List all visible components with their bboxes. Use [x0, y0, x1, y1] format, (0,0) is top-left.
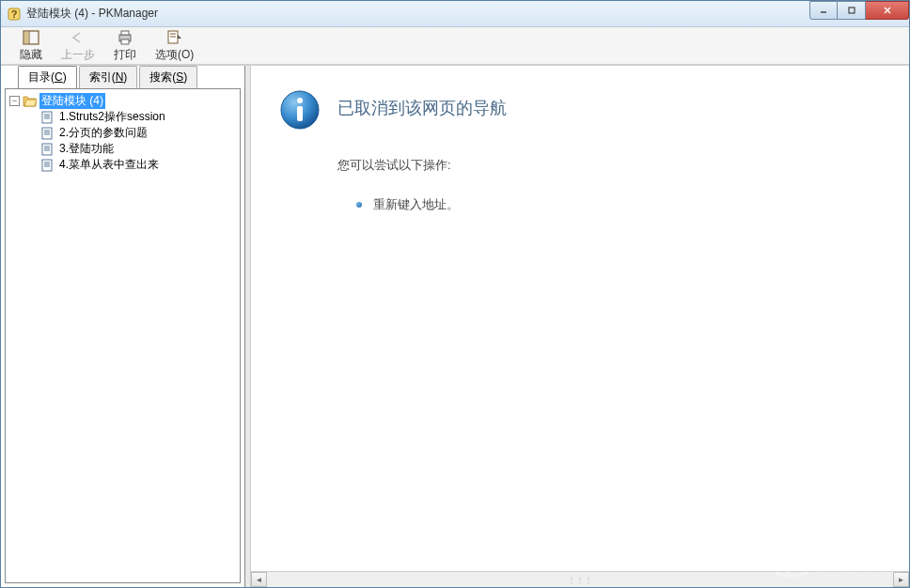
- svg-rect-8: [24, 32, 28, 43]
- content-panel: 已取消到该网页的导航 您可以尝试以下操作: 重新键入地址。 ◄ ⋮⋮⋮ ►: [250, 66, 909, 587]
- document-icon: [41, 143, 55, 156]
- scroll-left-button[interactable]: ◄: [251, 572, 267, 587]
- content-title: 已取消到该网页的导航: [337, 89, 507, 119]
- maximize-button[interactable]: [838, 1, 866, 20]
- svg-rect-15: [42, 112, 52, 123]
- tree-item[interactable]: 2.分页的参数问题: [8, 125, 238, 141]
- print-button[interactable]: 打印: [104, 27, 146, 65]
- svg-rect-19: [42, 128, 52, 139]
- horizontal-scrollbar[interactable]: ◄ ⋮⋮⋮ ►: [251, 571, 909, 587]
- tree-item-label: 2.分页的参数问题: [57, 125, 149, 141]
- tree-item-label: 1.Struts2操作session: [57, 109, 167, 125]
- print-icon: [116, 29, 134, 46]
- svg-rect-33: [297, 106, 303, 121]
- tree-item[interactable]: 3.登陆功能: [8, 141, 238, 157]
- info-header: 已取消到该网页的导航: [279, 89, 881, 131]
- svg-text:?: ?: [11, 8, 18, 20]
- document-icon: [41, 127, 55, 140]
- bullet-icon: [356, 202, 362, 208]
- list-item-text: 重新键入地址。: [373, 196, 459, 213]
- window-controls: [809, 1, 909, 20]
- svg-rect-23: [42, 144, 52, 155]
- folder-open-icon: [23, 95, 37, 107]
- hide-button[interactable]: 隐藏: [10, 27, 52, 65]
- back-label: 上一步: [61, 47, 95, 63]
- svg-rect-27: [42, 160, 52, 171]
- back-button[interactable]: 上一步: [52, 27, 104, 65]
- hide-icon: [22, 29, 40, 46]
- scroll-grip-icon: ⋮⋮⋮: [568, 576, 593, 584]
- main-area: 目录(C) 索引(N) 搜索(S) − 登陆模块 (4): [1, 65, 909, 587]
- nav-tabs: 目录(C) 索引(N) 搜索(S): [1, 66, 244, 88]
- app-window: ? 登陆模块 (4) - PKManager 隐藏: [0, 0, 910, 588]
- document-icon: [41, 111, 55, 124]
- tree-item[interactable]: 1.Struts2操作session: [8, 109, 238, 125]
- content-body: 已取消到该网页的导航 您可以尝试以下操作: 重新键入地址。: [251, 66, 909, 571]
- tree-root-label[interactable]: 登陆模块 (4): [39, 93, 105, 109]
- titlebar[interactable]: ? 登陆模块 (4) - PKManager: [1, 1, 909, 27]
- back-icon: [69, 29, 87, 46]
- scroll-right-button[interactable]: ►: [893, 572, 909, 587]
- tree-item-label: 3.登陆功能: [57, 141, 116, 157]
- content-list: 重新键入地址。: [356, 196, 881, 213]
- print-label: 打印: [114, 47, 136, 63]
- tree-item-label: 4.菜单从表中查出来: [57, 157, 161, 173]
- svg-rect-3: [849, 8, 855, 13]
- tree-item[interactable]: 4.菜单从表中查出来: [8, 157, 238, 173]
- window-title: 登陆模块 (4) - PKManager: [26, 6, 809, 22]
- app-icon: ?: [7, 7, 22, 22]
- svg-rect-10: [121, 31, 129, 35]
- info-icon: [279, 89, 321, 131]
- tree-view[interactable]: − 登陆模块 (4) 1.Struts2操作session: [5, 88, 241, 583]
- collapse-icon[interactable]: −: [9, 96, 20, 106]
- document-icon: [41, 159, 55, 172]
- tab-search[interactable]: 搜索(S): [139, 66, 197, 88]
- content-subtitle: 您可以尝试以下操作:: [337, 157, 881, 174]
- options-icon: [165, 29, 184, 46]
- tab-contents[interactable]: 目录(C): [18, 66, 77, 88]
- scroll-track[interactable]: ⋮⋮⋮: [267, 572, 893, 587]
- svg-rect-11: [121, 39, 129, 44]
- options-label: 选项(O): [155, 47, 194, 63]
- minimize-button[interactable]: [809, 1, 838, 20]
- toolbar: 隐藏 上一步 打印 选项(O): [1, 27, 909, 65]
- tab-index[interactable]: 索引(N): [79, 66, 138, 88]
- close-button[interactable]: [866, 1, 909, 20]
- svg-point-32: [297, 98, 303, 103]
- hide-label: 隐藏: [20, 47, 42, 63]
- tree-root[interactable]: − 登陆模块 (4): [8, 93, 238, 109]
- options-button[interactable]: 选项(O): [146, 27, 203, 65]
- list-item: 重新键入地址。: [356, 196, 881, 213]
- navigation-panel: 目录(C) 索引(N) 搜索(S) − 登陆模块 (4): [1, 66, 245, 587]
